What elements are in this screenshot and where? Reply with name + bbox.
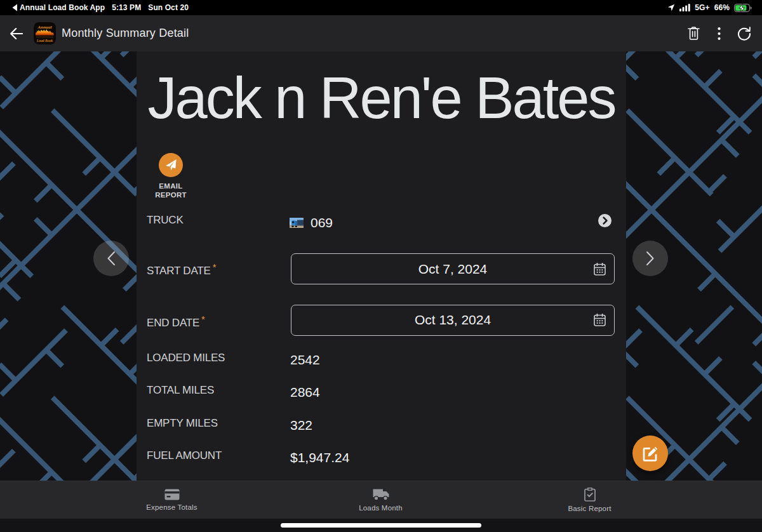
battery-icon — [734, 4, 752, 12]
overflow-menu-button[interactable] — [706, 19, 732, 48]
nav-expense-totals[interactable]: Expense Totals — [67, 481, 276, 519]
empty-miles-value: 322 — [290, 418, 312, 433]
truck-value[interactable]: 069 — [290, 215, 333, 230]
calendar-icon — [594, 263, 606, 276]
required-asterisk: * — [213, 262, 217, 272]
nav-loads-month[interactable]: Loads Month — [276, 481, 485, 519]
truck-chevron-icon[interactable] — [598, 214, 612, 227]
svg-text:Load Book: Load Book — [36, 39, 53, 43]
required-asterisk: * — [201, 314, 205, 324]
nav-label: Loads Month — [359, 504, 403, 512]
credit-card-icon — [164, 489, 180, 500]
start-date-value: Oct 7, 2024 — [418, 262, 488, 277]
page-title: Monthly Summary Detail — [62, 27, 189, 40]
delete-button[interactable] — [681, 19, 706, 48]
truck-number: 069 — [311, 215, 333, 230]
status-time: 5:13 PM — [112, 3, 141, 12]
chevron-right-icon — [646, 251, 655, 266]
fuel-amount-value: $1,947.24 — [290, 450, 349, 465]
app-logo: Annual Load Book — [34, 22, 56, 44]
total-miles-label: TOTAL MILES — [147, 384, 214, 397]
edit-icon — [642, 445, 659, 462]
trash-icon — [688, 27, 700, 40]
status-date: Sun Oct 20 — [148, 3, 189, 12]
clipboard-check-icon — [584, 488, 596, 502]
prev-page-button[interactable] — [93, 241, 129, 276]
battery-percent: 66% — [714, 3, 730, 12]
svg-text:Annual: Annual — [37, 25, 52, 30]
location-icon — [667, 4, 675, 11]
edit-fab[interactable] — [632, 436, 668, 471]
refresh-button[interactable] — [732, 19, 757, 48]
driver-name: Jack n Ren'e Bates — [137, 65, 626, 131]
summary-panel: Jack n Ren'e Bates EMAIL REPORT TRUCK — [137, 51, 626, 481]
back-to-app-button[interactable]: Annual Load Book App — [11, 3, 105, 12]
next-page-button[interactable] — [632, 241, 668, 276]
nav-basic-report[interactable]: Basic Report — [485, 481, 694, 519]
truck-label: TRUCK — [147, 214, 184, 227]
kebab-menu-icon — [718, 27, 721, 40]
network-type: 5G+ — [695, 3, 709, 12]
send-icon — [163, 157, 178, 172]
back-to-app-label: Annual Load Book App — [20, 3, 105, 12]
app-header: Annual Load Book Monthly Summary Detail — [0, 15, 762, 51]
home-indicator[interactable] — [281, 523, 481, 528]
total-miles-value: 2864 — [290, 385, 320, 400]
home-strip — [0, 519, 762, 532]
screen: Annual Load Book App 5:13 PM Sun Oct 20 … — [0, 0, 762, 532]
back-to-app-icon — [11, 4, 18, 11]
chevron-left-icon — [107, 251, 116, 266]
nav-label: Expense Totals — [146, 503, 197, 511]
back-arrow-icon — [10, 28, 23, 39]
fuel-amount-label: FUEL AMOUNT — [147, 449, 222, 462]
start-date-input[interactable]: Oct 7, 2024 — [291, 253, 615, 284]
calendar-icon — [594, 314, 606, 326]
signal-bars-icon — [679, 4, 690, 11]
truck-photo — [290, 218, 304, 228]
nav-label: Basic Report — [568, 505, 611, 512]
bottom-nav: Expense Totals Loads Month Basic Report — [0, 481, 762, 519]
refresh-icon — [737, 27, 751, 41]
email-report-label-2: REPORT — [152, 190, 189, 199]
loaded-miles-label: LOADED MILES — [147, 352, 225, 364]
truck-icon — [373, 489, 389, 501]
loaded-miles-value: 2542 — [290, 352, 320, 368]
start-date-label: START DATE* — [147, 262, 216, 277]
status-bar: Annual Load Book App 5:13 PM Sun Oct 20 … — [0, 0, 762, 15]
email-report-button[interactable]: EMAIL REPORT — [152, 153, 189, 199]
end-date-value: Oct 13, 2024 — [415, 312, 491, 328]
end-date-input[interactable]: Oct 13, 2024 — [291, 305, 615, 336]
end-date-label: END DATE* — [147, 314, 205, 329]
back-button[interactable] — [2, 19, 31, 48]
content-area: Jack n Ren'e Bates EMAIL REPORT TRUCK — [0, 51, 762, 481]
empty-miles-label: EMPTY MILES — [147, 417, 218, 430]
email-report-label-1: EMAIL — [152, 182, 189, 190]
